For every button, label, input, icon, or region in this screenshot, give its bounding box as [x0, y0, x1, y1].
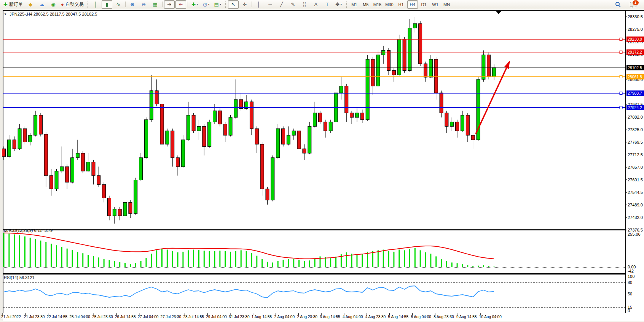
candle	[324, 122, 327, 131]
timeframe-d1-button[interactable]: D1	[419, 0, 429, 9]
timeframe-label: H4	[410, 2, 415, 7]
candle	[345, 86, 348, 113]
trendline-button[interactable]: ╱	[276, 0, 287, 9]
timeframe-h1-button[interactable]: H1	[396, 0, 406, 9]
chat-button[interactable]: 1	[628, 0, 638, 9]
label-icon: T	[326, 2, 329, 7]
candle	[176, 158, 180, 167]
zoom-out-button[interactable]: ⊖	[139, 0, 149, 9]
price-badge-label: 28230.0	[628, 37, 642, 41]
cursor-button[interactable]: ↖	[228, 0, 239, 9]
candle	[413, 24, 417, 28]
timeframe-label: M5	[363, 2, 368, 7]
zoom-in-button[interactable]: ⊕	[127, 0, 138, 9]
time-axis-label: 1 Aug 14:55	[252, 315, 272, 319]
candle	[29, 135, 32, 142]
candle	[239, 100, 243, 109]
crosshair-icon: ✛	[242, 2, 247, 7]
search-button[interactable]	[612, 0, 623, 9]
timeframe-h4-button[interactable]: H4	[407, 0, 418, 9]
toolbar-separator	[162, 2, 163, 7]
line-handle[interactable]	[620, 106, 622, 109]
horizontal-line-button[interactable]: ─	[265, 0, 276, 9]
time-axis-label: 21 Jul 2022	[1, 315, 21, 319]
vertical-line-button[interactable]: │	[253, 0, 264, 9]
candle	[329, 122, 332, 131]
line-chart-button[interactable]: ∿	[113, 0, 124, 9]
toolbar: ✚新订单◆☁◉●自动交易║▮∿⊕⊖▦⇥⇤✚▾◷▾▤▾↖✛│─╱✎⣿AT✥▾M1M…	[0, 0, 644, 9]
dropdown-caret-icon: ▾	[196, 3, 198, 6]
candle	[250, 102, 253, 129]
profiles-button[interactable]: ☁	[37, 0, 47, 9]
candle	[276, 128, 280, 157]
dropdown-caret-icon: ▾	[208, 3, 209, 6]
toolbar-separator	[252, 2, 252, 7]
line-handle[interactable]	[620, 76, 622, 78]
price-tick-label: 27489.0	[628, 203, 643, 207]
autotrading-button[interactable]: ●自动交易	[59, 0, 85, 9]
time-axis-label: 2 Aug 23:30	[297, 315, 317, 319]
auto-scroll-button[interactable]: ⇥	[164, 0, 175, 9]
candle	[223, 124, 227, 135]
button-label: 自动交易	[65, 1, 84, 8]
candle	[150, 90, 153, 119]
candle	[482, 55, 485, 79]
charts-button[interactable]: ◆	[25, 0, 36, 9]
toolbar-right: 1	[612, 0, 642, 9]
candle	[166, 131, 169, 144]
candlestick-chart-button[interactable]: ▮	[102, 0, 112, 9]
vertical-line-icon: │	[257, 2, 260, 7]
bar-chart-button[interactable]: ║	[90, 0, 101, 9]
candle	[403, 39, 406, 70]
candle	[102, 184, 106, 198]
price-badge-label: 27988.7	[628, 91, 642, 95]
candle	[2, 149, 6, 157]
shapes-button[interactable]: ✥▾	[333, 0, 344, 9]
candle	[461, 115, 464, 131]
fibonacci-icon: ⣿	[303, 2, 306, 7]
time-axis-label: 4 Aug 04:00	[343, 315, 363, 319]
candlestick-chart-icon: ▮	[105, 2, 108, 7]
timeframe-label: MN	[443, 2, 450, 7]
time-axis-label: 28 Jul 14:55	[183, 315, 204, 319]
templates-button[interactable]: ▤▾	[212, 0, 223, 9]
periods-button[interactable]: ◷▾	[201, 0, 212, 9]
candle	[429, 59, 432, 77]
fibonacci-button[interactable]: ⣿	[299, 0, 310, 9]
time-axis-label: 9 Aug 14:55	[456, 315, 477, 319]
candle	[234, 100, 238, 117]
indicators-icon: ✚	[191, 2, 196, 7]
time-axis-label: 22 Jul 14:55	[47, 315, 68, 319]
equidistant-channel-button[interactable]: ✎	[288, 0, 298, 9]
shapes-icon: ✥	[335, 2, 340, 7]
alerts-button[interactable]: ◉	[48, 0, 59, 9]
price-tick-label: 28330.5	[628, 14, 643, 19]
line-handle[interactable]	[620, 92, 622, 94]
chart-shift-button[interactable]: ⇤	[175, 0, 186, 9]
timeframe-mn-button[interactable]: MN	[442, 0, 452, 9]
text-button[interactable]: A	[311, 0, 321, 9]
timeframe-m5-button[interactable]: M5	[360, 0, 371, 9]
candle	[129, 202, 132, 213]
label-button[interactable]: T	[322, 0, 333, 9]
new-order-button[interactable]: ✚新订单	[2, 0, 24, 9]
timeframe-m30-button[interactable]: M30	[384, 0, 395, 9]
zoom-in-icon: ⊕	[130, 2, 134, 7]
timeframe-m1-button[interactable]: M1	[349, 0, 360, 9]
indicators-button[interactable]: ✚▾	[190, 0, 200, 9]
candle	[108, 198, 111, 216]
candle	[118, 209, 121, 216]
chevron-down-icon[interactable]: ▼	[4, 13, 7, 16]
price-badge-label: 28172.2	[628, 50, 642, 54]
timeframe-label: W1	[432, 2, 438, 7]
line-handle[interactable]	[620, 38, 622, 41]
line-handle[interactable]	[620, 51, 622, 54]
timeframe-w1-button[interactable]: W1	[430, 0, 441, 9]
candle	[181, 140, 185, 167]
candle	[371, 59, 375, 86]
candle	[471, 135, 475, 140]
crosshair-button[interactable]: ✛	[239, 0, 250, 9]
tile-windows-button[interactable]: ▦	[150, 0, 161, 9]
timeframe-m15-button[interactable]: M15	[372, 0, 383, 9]
horizontal-line-icon: ─	[268, 2, 272, 7]
